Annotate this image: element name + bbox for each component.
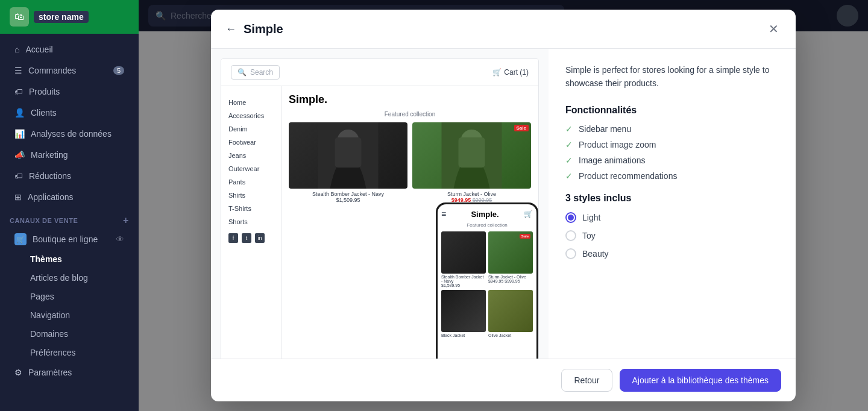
styles-title: 3 styles inclus	[565, 193, 779, 204]
preview-sidebar-item: Home	[221, 96, 281, 109]
sidebar-item-accueil[interactable]: ⌂ Accueil	[5, 39, 134, 60]
sidebar-item-applications[interactable]: ⊞ Applications	[5, 187, 134, 207]
sidebar-sub-themes[interactable]: Thèmes	[5, 250, 134, 268]
modal-header: ← Simple ✕	[211, 10, 796, 49]
twitter-icon: t	[242, 233, 251, 243]
preview-sidebar-item: Accessories	[221, 109, 281, 122]
facebook-icon: f	[228, 233, 238, 243]
products-icon: 🏷	[14, 87, 23, 96]
modal-description: Simple is perfect for stores looking for…	[565, 63, 779, 90]
sidebar-sub-domaines[interactable]: Domaines	[5, 325, 134, 343]
mobile-product-name-4: Olive Jacket	[488, 333, 533, 337]
mobile-product-1: Stealth Bomber Jacket - Navy $1,589.95	[441, 231, 486, 287]
modal-preview-panel: 🔍 Search 🛒 Cart (1)	[211, 49, 549, 359]
sidebar-item-commandes[interactable]: ☰ Commandes 5	[5, 60, 134, 81]
radio-circle-light	[565, 212, 576, 223]
sidebar-item-analyses[interactable]: 📊 Analyses de données	[5, 124, 134, 144]
store-name: store name	[34, 11, 89, 23]
marketing-icon: 📣	[14, 150, 25, 160]
preview-sidebar-item: Shirts	[221, 189, 281, 202]
preview-sidebar-item: T-Shirts	[221, 202, 281, 215]
sidebar-sub-pages[interactable]: Pages	[5, 287, 134, 306]
sidebar-sub-preferences[interactable]: Préférences	[5, 344, 134, 362]
shopify-logo-icon: 🛍	[10, 7, 29, 27]
preview-product-name-1: Stealth Bomber Jacket - Navy	[289, 191, 407, 197]
preview-product-price-1: $1,509.95	[289, 197, 407, 203]
modal-title: Simple	[244, 22, 766, 36]
mobile-menu-icon: ≡	[441, 209, 446, 219]
retour-button[interactable]: Retour	[561, 369, 612, 392]
mobile-product-2: Sale Sturm Jacket - Olive $949.95 $999.9…	[488, 231, 533, 287]
mobile-topbar: ≡ Simple. 🛒	[441, 209, 533, 219]
mobile-product-img-1	[441, 231, 486, 274]
preview-section-label: Featured collection	[289, 111, 531, 118]
mobile-product-4: Olive Jacket	[488, 290, 533, 337]
commandes-badge: 5	[113, 66, 124, 75]
check-icon: ✓	[565, 155, 573, 165]
radio-circle-beauty	[565, 248, 576, 259]
modal-simple-theme: ← Simple ✕ 🔍 Search	[211, 10, 796, 401]
feature-image-animations: ✓ Image animations	[565, 155, 779, 165]
preview-product-name-2: Sturm Jacket - Olive	[412, 191, 531, 197]
preview-sidebar-item: Jeans	[221, 149, 281, 162]
feature-product-recommendations: ✓ Product recommendations	[565, 171, 779, 181]
modal-overlay[interactable]: ← Simple ✕ 🔍 Search	[139, 0, 868, 411]
preview-products: Stealth Bomber Jacket - Navy $1,509.95 S…	[289, 122, 531, 203]
preview-sidebar-item: Footwear	[221, 136, 281, 149]
add-to-library-button[interactable]: Ajouter à la bibliothèque des thèmes	[620, 369, 781, 392]
mobile-product-price-2: $949.95 $999.95	[488, 279, 533, 283]
check-icon: ✓	[565, 124, 573, 134]
preview-product-2: Sale Sturm Ja	[412, 122, 531, 203]
mobile-product-3: Black Jacket	[441, 290, 486, 337]
mobile-preview: ≡ Simple. 🛒 Featured collection	[436, 202, 538, 359]
sidebar-item-clients[interactable]: 👤 Clients	[5, 102, 134, 123]
clients-icon: 👤	[14, 108, 25, 118]
sidebar-sub-navigation[interactable]: Navigation	[5, 306, 134, 324]
sidebar-channel-boutique[interactable]: 🛒 Boutique en ligne 👁	[5, 229, 134, 249]
modal-info-panel: Simple is perfect for stores looking for…	[549, 49, 796, 359]
preview-search: 🔍 Search	[231, 65, 280, 80]
sidebar-item-produits[interactable]: 🏷 Produits	[5, 81, 134, 102]
orders-icon: ☰	[14, 66, 22, 75]
preview-product-img-2: Sale	[412, 122, 531, 189]
modal-back-button[interactable]: ←	[225, 23, 236, 36]
shop-icon: 🛒	[14, 233, 27, 245]
radio-style-light[interactable]: Light	[565, 212, 779, 223]
modal-close-button[interactable]: ✕	[766, 19, 781, 39]
radio-style-toy[interactable]: Toy	[565, 230, 779, 241]
preview-topbar: 🔍 Search 🛒 Cart (1)	[221, 59, 538, 86]
sidebar-navigation: ⌂ Accueil ☰ Commandes 5 🏷 Produits 👤 Cli…	[0, 34, 139, 411]
applications-icon: ⊞	[14, 192, 22, 202]
preview-content: Home Accessories Denim Footwear Jeans Ou…	[221, 86, 538, 359]
sidebar-item-marketing[interactable]: 📣 Marketing	[5, 145, 134, 165]
mobile-product-name-2: Sturm Jacket - Olive	[488, 275, 533, 279]
mobile-section-label: Featured collection	[441, 222, 533, 228]
sidebar-sub-articles-blog[interactable]: Articles de blog	[5, 269, 134, 287]
mobile-product-price-1: $1,589.95	[441, 283, 486, 287]
preview-sidebar: Home Accessories Denim Footwear Jeans Ou…	[221, 86, 281, 359]
sidebar-item-parametres[interactable]: ⚙ Paramètres	[5, 362, 134, 383]
sidebar-item-reductions[interactable]: 🏷 Réductions	[5, 166, 134, 186]
mobile-product-img-2: Sale	[488, 231, 533, 274]
mobile-sale-badge: Sale	[520, 234, 530, 239]
svg-rect-2	[335, 137, 362, 168]
preview-sidebar-item: Denim	[221, 122, 281, 136]
mobile-cart-icon: 🛒	[524, 210, 533, 218]
preview-social: f t in	[221, 233, 281, 243]
feature-sidebar-menu: ✓ Sidebar menu	[565, 124, 779, 134]
preview-brand: Simple.	[289, 93, 531, 106]
instagram-icon: in	[255, 233, 265, 243]
preview-cart: 🛒 Cart (1)	[492, 68, 529, 77]
analytics-icon: 📊	[14, 129, 25, 139]
svg-rect-5	[459, 137, 485, 168]
preview-sidebar-item: Pants	[221, 175, 281, 189]
add-channel-icon[interactable]: +	[123, 215, 129, 226]
settings-icon: ⚙	[14, 368, 22, 377]
eye-icon: 👁	[116, 234, 124, 244]
preview-product-img-1	[289, 122, 407, 189]
preview-search-icon: 🔍	[237, 68, 247, 77]
preview-main: Simple. Featured collection	[281, 86, 538, 359]
home-icon: ⌂	[14, 45, 19, 54]
radio-style-beauty[interactable]: Beauty	[565, 248, 779, 259]
preview-frame: 🔍 Search 🛒 Cart (1)	[221, 58, 539, 359]
